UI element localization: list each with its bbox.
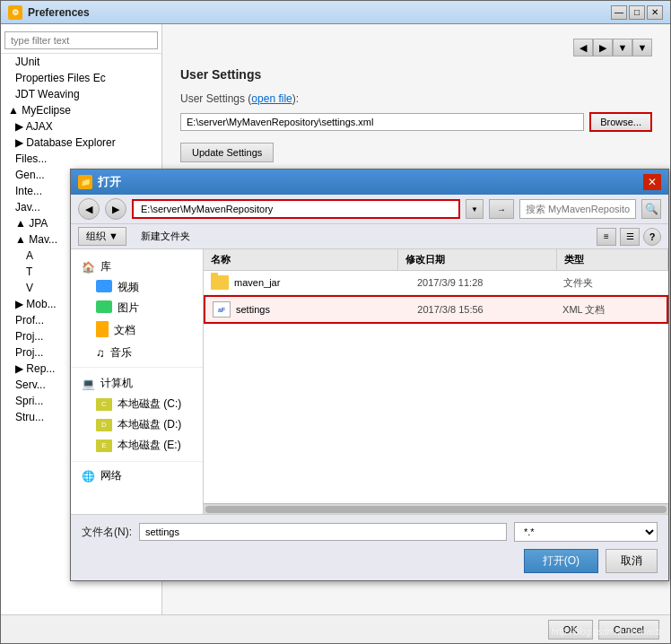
view-list-button[interactable]: ≡ — [597, 228, 616, 246]
dialog-main: 🏠 库 视频 图片 文档 ♫ 音乐 — [71, 249, 668, 514]
nav-menu2-button[interactable]: ▼ — [632, 39, 652, 57]
dialog-actions: 打开(O) 取消 — [82, 549, 658, 573]
maximize-button[interactable]: □ — [629, 5, 645, 20]
view-details-button[interactable]: ☰ — [620, 228, 640, 246]
prefs-titlebar: ⚙ Preferences — □ ✕ — [1, 1, 670, 24]
horizontal-scrollbar[interactable] — [204, 503, 668, 514]
dialog-titlebar: 📁 打开 ✕ — [71, 170, 668, 195]
path-row: Browse... — [180, 112, 652, 132]
prefs-icon: ⚙ — [8, 5, 22, 20]
search-input[interactable] — [519, 199, 636, 219]
file-type-maven-jar: 文件夹 — [563, 276, 661, 290]
tree-item-music[interactable]: ♫ 音乐 — [71, 343, 203, 363]
network-label: 网络 — [100, 468, 122, 483]
new-folder-button[interactable]: 新建文件夹 — [134, 228, 197, 245]
section-description: User Settings (open file): — [180, 92, 652, 105]
sidebar-item-myeclipse[interactable]: ▲ MyEclipse — [1, 102, 161, 118]
tree-item-drive-e[interactable]: E 本地磁盘 (E:) — [71, 435, 203, 456]
file-date-settings: 2017/3/8 15:56 — [417, 304, 562, 315]
drive-d-label: 本地磁盘 (D:) — [118, 417, 181, 432]
sidebar-item-jdtweaving[interactable]: JDT Weaving — [1, 86, 161, 102]
drive-c-label: 本地磁盘 (C:) — [118, 396, 181, 412]
dialog-toolbar1: ◀ ▶ ▼ → 🔍 — [71, 195, 668, 224]
computer-section: 💻 计算机 C 本地磁盘 (C:) D 本地磁盘 (D:) E 本地磁盘 (E:… — [71, 367, 203, 461]
organize-button[interactable]: 组织 ▼ — [78, 227, 126, 246]
file-type-settings: XML 文档 — [562, 303, 659, 317]
close-button[interactable]: ✕ — [647, 5, 663, 20]
filetype-dropdown[interactable]: *.* — [514, 522, 658, 542]
prefs-title: Preferences — [28, 6, 611, 19]
dialog-back-button[interactable]: ◀ — [78, 198, 100, 220]
tree-item-doc[interactable]: 文档 — [71, 318, 203, 343]
update-settings-button[interactable]: Update Settings — [180, 143, 274, 162]
file-row-maven-jar[interactable]: maven_jar 2017/3/9 11:28 文件夹 — [204, 271, 668, 295]
address-bar[interactable] — [132, 199, 460, 219]
open-dialog: 📁 打开 ✕ ◀ ▶ ▼ → 🔍 组织 ▼ 新建文件夹 ≡ ☰ ? 🏠 库 — [70, 169, 669, 581]
file-list-header: 名称 修改日期 类型 — [204, 249, 668, 271]
dialog-icon: 📁 — [78, 175, 92, 189]
music-label: 音乐 — [110, 345, 132, 361]
tree-item-image[interactable]: 图片 — [71, 298, 203, 318]
nav-back-button[interactable]: ◀ — [573, 39, 593, 57]
filename-input[interactable] — [139, 523, 507, 541]
filename-row: 文件名(N): *.* — [82, 522, 658, 542]
filename-label: 文件名(N): — [82, 525, 132, 540]
sidebar-item-propfiles[interactable]: Properties Files Ec — [1, 70, 161, 86]
video-label: 视频 — [118, 280, 139, 295]
library-section: 🏠 库 视频 图片 文档 ♫ 音乐 — [71, 257, 203, 363]
sidebar-item-ajax[interactable]: ▶ AJAX — [1, 118, 161, 135]
computer-icon: 💻 — [82, 378, 95, 390]
file-date-maven-jar: 2017/3/9 11:28 — [417, 277, 563, 288]
file-row-settings[interactable]: aF settings 2017/3/8 15:56 XML 文档 — [204, 295, 668, 324]
file-list-panel: 名称 修改日期 类型 maven_jar 2017/3/9 11:28 文件夹 … — [204, 249, 668, 514]
doc-label: 文档 — [114, 323, 135, 338]
video-icon — [96, 280, 112, 295]
filter-input[interactable] — [4, 31, 158, 49]
open-button[interactable]: 打开(O) — [524, 549, 598, 573]
network-section: 🌐 网络 — [71, 461, 203, 490]
help-button[interactable]: ? — [643, 228, 661, 246]
search-button[interactable]: 🔍 — [641, 199, 661, 219]
dialog-toolbar2: 组织 ▼ 新建文件夹 ≡ ☰ ? — [71, 224, 668, 249]
tree-item-library[interactable]: 🏠 库 — [71, 257, 203, 277]
xml-icon: aF — [213, 301, 231, 318]
tree-item-video[interactable]: 视频 — [71, 277, 203, 298]
open-file-link[interactable]: open file — [251, 92, 292, 105]
sidebar-item-files[interactable]: Files... — [1, 151, 161, 167]
tree-item-computer[interactable]: 💻 计算机 — [71, 373, 203, 394]
prefs-nav-area: ◀ ▶ ▼ ▼ — [180, 39, 652, 57]
file-name-maven-jar: maven_jar — [234, 277, 417, 288]
sidebar-item-dbexplorer[interactable]: ▶ Database Explorer — [1, 135, 161, 151]
file-tree: 🏠 库 视频 图片 文档 ♫ 音乐 — [71, 249, 204, 514]
dialog-cancel-button[interactable]: 取消 — [606, 549, 658, 573]
tree-item-drive-d[interactable]: D 本地磁盘 (D:) — [71, 414, 203, 435]
address-dropdown[interactable]: ▼ — [466, 199, 484, 219]
sidebar-item-junit[interactable]: JUnit — [1, 54, 161, 70]
computer-label: 计算机 — [100, 376, 133, 391]
toolbar2-right: ≡ ☰ ? — [597, 228, 661, 246]
titlebar-buttons: — □ ✕ — [611, 5, 663, 20]
tree-item-network[interactable]: 🌐 网络 — [71, 466, 203, 486]
col-date-header[interactable]: 修改日期 — [398, 249, 557, 270]
dialog-forward-button[interactable]: ▶ — [105, 198, 126, 220]
col-type-header[interactable]: 类型 — [557, 249, 668, 270]
file-name-settings: settings — [236, 304, 417, 315]
nav-menu-button[interactable]: ▼ — [613, 39, 632, 57]
network-icon: 🌐 — [82, 470, 95, 483]
browse-button[interactable]: Browse... — [589, 112, 652, 132]
image-icon — [96, 300, 112, 316]
drive-e-label: 本地磁盘 (E:) — [118, 438, 181, 453]
address-go-button[interactable]: → — [489, 199, 514, 219]
tree-item-drive-c[interactable]: C 本地磁盘 (C:) — [71, 394, 203, 414]
music-icon: ♫ — [96, 346, 105, 360]
minimize-button[interactable]: — — [611, 5, 627, 20]
drive-d-icon: D — [96, 419, 112, 431]
file-list-body: maven_jar 2017/3/9 11:28 文件夹 aF settings… — [204, 271, 668, 503]
dialog-close-button[interactable]: ✕ — [643, 174, 661, 190]
settings-path-input[interactable] — [180, 113, 584, 131]
col-name-header[interactable]: 名称 — [204, 249, 398, 270]
section-title: User Settings — [180, 67, 652, 82]
filter-area — [1, 28, 161, 54]
nav-forward-button[interactable]: ▶ — [593, 39, 613, 57]
dialog-bottom: 文件名(N): *.* 打开(O) 取消 — [71, 514, 668, 580]
